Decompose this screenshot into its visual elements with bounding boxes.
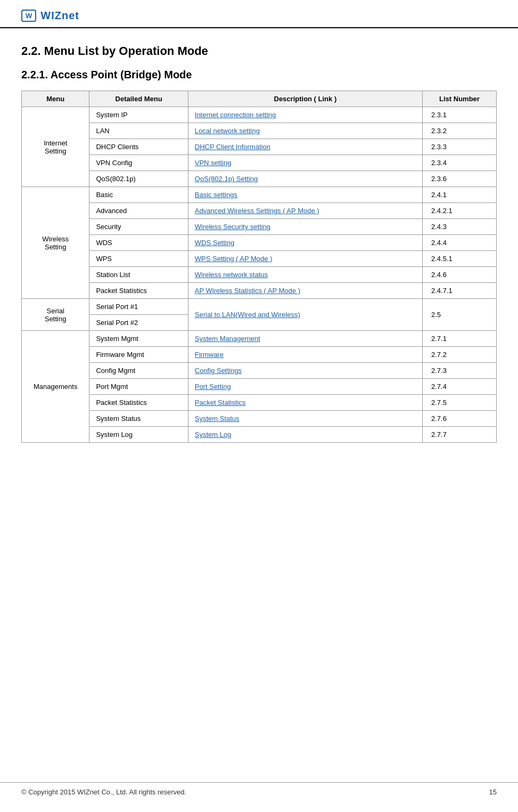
desc-link[interactable]: System Status [195, 415, 240, 423]
col-desc: Description ( Link ) [188, 91, 422, 107]
logo-w-icon: W [26, 12, 32, 20]
copyright-text: © Copyright 2015 WIZnet Co., Ltd. All ri… [21, 788, 186, 796]
table-row: Station ListWireless network status2.4.6 [22, 267, 497, 283]
desc-link[interactable]: VPN setting [195, 159, 232, 167]
table-row: VPN ConfigVPN setting2.3.4 [22, 155, 497, 171]
desc-cell[interactable]: System Status [188, 411, 422, 427]
detail-cell: Station List [89, 267, 188, 283]
desc-cell[interactable]: DHCP Client Information [188, 139, 422, 155]
col-menu: Menu [22, 91, 89, 107]
subsection-title: 2.2.1. Access Point (Bridge) Mode [21, 69, 497, 81]
desc-cell[interactable]: Config Settings [188, 363, 422, 379]
menu-table: Menu Detailed Menu Description ( Link ) … [21, 91, 497, 443]
table-row: Firmware MgmtFirmware2.7.2 [22, 347, 497, 363]
table-row: Config MgmtConfig Settings2.7.3 [22, 363, 497, 379]
col-detail: Detailed Menu [89, 91, 188, 107]
desc-link[interactable]: QoS(802.1p) Setting [195, 175, 258, 183]
desc-cell[interactable]: System Log [188, 427, 422, 443]
desc-link[interactable]: WPS Setting ( AP Mode ) [195, 255, 273, 263]
table-row: Packet StatisticsPacket Statistics2.7.5 [22, 395, 497, 411]
detail-cell: WDS [89, 235, 188, 251]
desc-link[interactable]: AP Wireless Statistics ( AP Mode ) [195, 287, 300, 295]
detail-cell: WPS [89, 251, 188, 267]
logo-text: WIZnet [40, 10, 79, 22]
desc-link[interactable]: System Management [195, 335, 260, 343]
desc-cell[interactable]: Local network setting [188, 123, 422, 139]
num-cell: 2.7.7 [422, 427, 496, 443]
desc-cell[interactable]: Packet Statistics [188, 395, 422, 411]
desc-link[interactable]: Wireless Security setting [195, 223, 270, 231]
num-cell: 2.7.1 [422, 331, 496, 347]
detail-cell: LAN [89, 123, 188, 139]
desc-link[interactable]: Basic settings [195, 191, 237, 199]
table-row: Internet SettingSystem IPInternet connec… [22, 107, 497, 123]
table-header-row: Menu Detailed Menu Description ( Link ) … [22, 91, 497, 107]
desc-link[interactable]: Wireless network status [195, 271, 268, 279]
num-cell: 2.7.6 [422, 411, 496, 427]
num-cell: 2.4.4 [422, 235, 496, 251]
table-row: System StatusSystem Status2.7.6 [22, 411, 497, 427]
num-cell: 2.3.4 [422, 155, 496, 171]
num-cell: 2.4.5.1 [422, 251, 496, 267]
menu-cell: Internet Setting [22, 107, 89, 187]
desc-cell[interactable]: Port Setting [188, 379, 422, 395]
menu-cell: Managements [22, 331, 89, 443]
desc-link[interactable]: Packet Statistics [195, 399, 245, 407]
desc-cell[interactable]: AP Wireless Statistics ( AP Mode ) [188, 283, 422, 299]
table-row: LANLocal network setting2.3.2 [22, 123, 497, 139]
desc-link[interactable]: Local network setting [195, 127, 260, 135]
desc-link[interactable]: DHCP Client Information [195, 143, 270, 151]
table-row: Wireless SettingBasicBasic settings2.4.1 [22, 187, 497, 203]
desc-link[interactable]: Config Settings [195, 367, 242, 375]
num-cell: 2.7.5 [422, 395, 496, 411]
desc-cell[interactable]: Internet connection setting [188, 107, 422, 123]
desc-link[interactable]: System Log [195, 431, 232, 439]
desc-cell[interactable]: Wireless network status [188, 267, 422, 283]
table-row: SecurityWireless Security setting2.4.3 [22, 219, 497, 235]
page-footer: © Copyright 2015 WIZnet Co., Ltd. All ri… [0, 782, 518, 801]
num-cell: 2.3.6 [422, 171, 496, 187]
desc-cell[interactable]: QoS(802.1p) Setting [188, 171, 422, 187]
num-cell: 2.4.3 [422, 219, 496, 235]
num-cell: 2.7.3 [422, 363, 496, 379]
desc-cell[interactable]: Serial to LAN(Wired and Wireless) [188, 299, 422, 331]
section-title: 2.2. Menu List by Operation Mode [21, 44, 497, 58]
desc-cell[interactable]: Advanced Wireless Settings ( AP Mode ) [188, 203, 422, 219]
desc-link[interactable]: Port Setting [195, 383, 231, 391]
desc-link[interactable]: Firmware [195, 351, 224, 359]
num-cell: 2.4.2.1 [422, 203, 496, 219]
detail-cell: DHCP Clients [89, 139, 188, 155]
desc-cell[interactable]: Firmware [188, 347, 422, 363]
detail-cell: Packet Statistics [89, 283, 188, 299]
detail-cell: System Mgmt [89, 331, 188, 347]
num-cell: 2.7.4 [422, 379, 496, 395]
table-row: QoS(802.1p)QoS(802.1p) Setting2.3.6 [22, 171, 497, 187]
num-cell: 2.3.3 [422, 139, 496, 155]
menu-cell: Serial Setting [22, 299, 89, 331]
num-cell: 2.4.7.1 [422, 283, 496, 299]
desc-cell[interactable]: Basic settings [188, 187, 422, 203]
num-cell: 2.4.6 [422, 267, 496, 283]
desc-cell[interactable]: VPN setting [188, 155, 422, 171]
detail-cell: System Log [89, 427, 188, 443]
table-row: Serial SettingSerial Port #1Serial to LA… [22, 299, 497, 315]
desc-link[interactable]: WDS Setting [195, 239, 234, 247]
detail-cell: Advanced [89, 203, 188, 219]
menu-cell: Wireless Setting [22, 187, 89, 299]
desc-cell[interactable]: WDS Setting [188, 235, 422, 251]
detail-cell: System Status [89, 411, 188, 427]
desc-link[interactable]: Internet connection setting [195, 111, 276, 119]
desc-link[interactable]: Advanced Wireless Settings ( AP Mode ) [195, 207, 319, 215]
table-row: System LogSystem Log2.7.7 [22, 427, 497, 443]
desc-link[interactable]: Serial to LAN(Wired and Wireless) [195, 311, 300, 319]
table-row: Port MgmtPort Setting2.7.4 [22, 379, 497, 395]
desc-cell[interactable]: System Management [188, 331, 422, 347]
detail-cell: QoS(802.1p) [89, 171, 188, 187]
desc-cell[interactable]: Wireless Security setting [188, 219, 422, 235]
detail-cell: Serial Port #1 [89, 299, 188, 315]
detail-cell: Config Mgmt [89, 363, 188, 379]
logo: W WIZnet [21, 10, 79, 22]
desc-cell[interactable]: WPS Setting ( AP Mode ) [188, 251, 422, 267]
num-cell: 2.3.1 [422, 107, 496, 123]
col-num: List Number [422, 91, 496, 107]
